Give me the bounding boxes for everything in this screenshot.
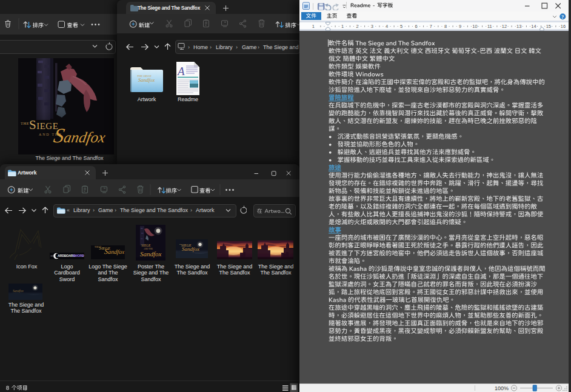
svg-text:1: 1 <box>341 24 344 29</box>
svg-text:5: 5 <box>400 24 402 29</box>
svg-text:8: 8 <box>444 24 447 29</box>
svg-text:11: 11 <box>487 24 492 29</box>
svg-text:3: 3 <box>371 24 373 29</box>
svg-text:?: ? <box>561 14 564 20</box>
svg-text:4: 4 <box>386 24 388 29</box>
svg-text:2: 2 <box>356 24 358 29</box>
svg-text:1: 1 <box>312 24 315 29</box>
svg-text:13: 13 <box>516 24 521 29</box>
svg-text:SIEGE: SIEGE <box>141 244 151 247</box>
svg-text:7: 7 <box>430 24 432 29</box>
svg-text:9: 9 <box>459 24 461 29</box>
svg-text:Sandfox: Sandfox <box>13 289 24 293</box>
svg-text:Sandfox: Sandfox <box>138 77 155 83</box>
svg-text:12: 12 <box>502 24 507 29</box>
svg-text:16: 16 <box>561 24 566 29</box>
svg-text:Sandfox: Sandfox <box>140 250 162 257</box>
svg-text:14: 14 <box>531 24 536 29</box>
svg-text:15: 15 <box>546 24 551 29</box>
svg-text:A: A <box>176 65 185 78</box>
svg-text:10: 10 <box>472 24 477 29</box>
svg-text:Sandfox: Sandfox <box>182 246 199 252</box>
svg-text:6: 6 <box>415 24 417 29</box>
